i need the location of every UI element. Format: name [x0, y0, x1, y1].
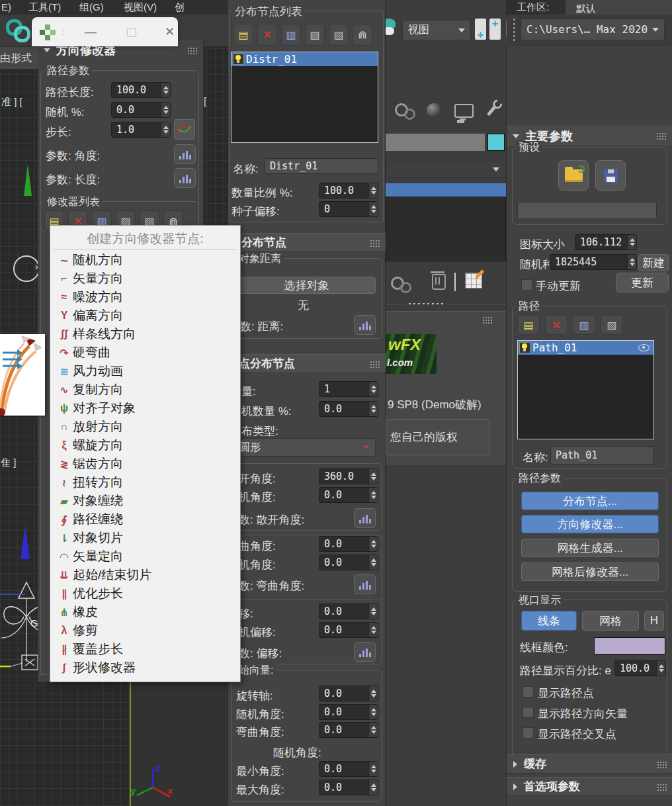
project-path-dropdown[interactable]: C:\Users\… Max 2020 [521, 19, 665, 40]
menu-create-fragment[interactable]: 创 [175, 1, 185, 14]
display-icon[interactable] [454, 104, 474, 118]
paste-path-button[interactable]: ▨ [601, 315, 623, 335]
icon-size-spinner[interactable] [627, 235, 636, 249]
stack-selected-row[interactable] [386, 183, 506, 197]
icon-size-input[interactable]: 106.112 [575, 234, 637, 250]
lightbulb-icon[interactable] [233, 54, 244, 65]
rollout-grip[interactable] [657, 761, 667, 768]
floating-window-titlebar[interactable]: : — ▢ ✕ [32, 17, 178, 46]
edit-table-icon[interactable] [465, 273, 482, 289]
lock-dist-node-button[interactable]: ⋒ [353, 24, 372, 46]
display-lines-button[interactable]: 线条 [521, 611, 577, 631]
bend-angle2-input[interactable]: 0.0 [319, 722, 378, 738]
wrench-icon[interactable] [490, 99, 493, 116]
spread-angle-input[interactable]: 360.0 [319, 469, 378, 484]
random-angle-input[interactable]: 0.0 [319, 704, 378, 720]
menu-item-random-direction[interactable]: ∼随机方向 [50, 251, 240, 269]
direction-modifiers-button[interactable]: 方向修改器... [521, 515, 659, 533]
interpolation-curve-button[interactable] [174, 119, 195, 140]
bend-random-spinner[interactable] [368, 555, 378, 570]
min-angle-input[interactable]: 0.0 [319, 761, 378, 777]
menu-tools[interactable]: 工具(T) [28, 1, 61, 14]
show-path-points-checkbox[interactable] [523, 686, 534, 697]
menu-item-noise-direction[interactable]: ≈噪波方向 [50, 288, 240, 306]
menu-item-copy-direction[interactable]: ∿复制方向 [50, 381, 240, 399]
menu-item-twist-direction[interactable]: ≀扭转方向 [50, 473, 240, 492]
menu-item-spline-direction[interactable]: ʃʃ样条线方向 [50, 325, 240, 343]
delete-dist-node-button[interactable]: × [257, 24, 277, 46]
paste-dist-node-button[interactable]: ▨ [305, 24, 325, 46]
wire-color-swatch[interactable] [594, 637, 665, 654]
param-distance-curve-button[interactable] [354, 315, 376, 335]
rollout-grip[interactable] [656, 132, 667, 140]
count-ratio-spinner[interactable] [368, 183, 378, 198]
seed-offset-spinner[interactable] [368, 202, 378, 216]
save-preset-button[interactable] [595, 160, 626, 191]
max-angle-spinner[interactable] [368, 780, 378, 795]
offset-spinner[interactable] [368, 604, 378, 619]
menu-item-vector-direction[interactable]: ⌐矢量方向 [50, 269, 240, 288]
maximize-button[interactable]: ▢ [126, 24, 137, 39]
offset-random-input[interactable]: 0.0 [319, 622, 378, 638]
list-item-path-01[interactable]: Path_01 [518, 341, 653, 355]
rollout-preferences[interactable]: 首选项参数 [507, 777, 672, 796]
rotate-axis-input[interactable]: 0.0 [319, 686, 378, 701]
load-preset-button[interactable] [558, 160, 589, 191]
random-angle-spinner[interactable] [368, 705, 378, 719]
link-icon[interactable] [394, 101, 417, 122]
random-count-spinner[interactable] [368, 402, 378, 416]
count-input[interactable]: 1 [319, 381, 378, 397]
menu-item-object-slice[interactable]: ⇂对象切片 [50, 529, 240, 547]
paste-special-dist-node-button[interactable]: ▧ [329, 24, 349, 46]
group-nodes-icon[interactable] [390, 274, 413, 295]
select-and-link-icon[interactable] [6, 18, 30, 42]
menu-item-wind-animation[interactable]: ≋风力动画 [50, 362, 240, 381]
copy-path-button[interactable]: ▥ [573, 315, 595, 335]
update-button[interactable]: 更新 [616, 273, 669, 292]
spread-random-input[interactable]: 0.0 [319, 487, 378, 503]
menu-item-override-step[interactable]: ∦覆盖步长 [50, 640, 240, 658]
new-path-button[interactable]: ▤ [517, 315, 540, 335]
manual-update-checkbox[interactable] [521, 279, 532, 291]
bend-random-input[interactable]: 0.0 [319, 555, 378, 570]
trash-icon[interactable] [432, 274, 446, 290]
spread-angle-spinner[interactable] [368, 469, 378, 484]
visibility-eye-icon[interactable] [638, 344, 650, 351]
menu-item-align-subobject[interactable]: ψ对齐子对象 [50, 399, 240, 418]
path-percent-input[interactable]: 100.0 [614, 660, 666, 676]
view-dropdown[interactable]: 视图 [402, 20, 471, 40]
show-path-intersections-checkbox[interactable] [523, 727, 534, 739]
path-percent-spinner[interactable] [656, 661, 665, 676]
max-angle-input[interactable]: 0.0 [319, 780, 378, 795]
menu-item-object-wrap[interactable]: ▰对象缠绕 [50, 492, 240, 510]
close-button[interactable]: ✕ [165, 24, 175, 39]
dist-nodes-button[interactable]: 分布节点... [521, 492, 659, 510]
sphere-icon[interactable] [427, 103, 441, 118]
menu-item-vector-orient[interactable]: ◠矢量定向 [50, 547, 240, 566]
menu-item-optimize-step[interactable]: ∥优化步长 [50, 584, 240, 603]
menu-views[interactable]: 视图(V) [124, 1, 157, 14]
step-spinner[interactable] [161, 122, 170, 137]
delete-path-button[interactable]: × [545, 315, 567, 335]
menu-item-radiate-direction[interactable]: ∩放射方向 [50, 418, 240, 436]
bend-angle-spinner[interactable] [368, 537, 378, 551]
dist-name-input[interactable]: Distr_01 [265, 158, 378, 174]
rollout-grip[interactable] [187, 47, 198, 54]
min-angle-spinner[interactable] [368, 762, 378, 776]
add-layout-button[interactable]: + [489, 19, 501, 40]
post-mesh-modifiers-button[interactable]: 网格后修改器... [521, 562, 659, 581]
param-length-curve-button[interactable] [174, 168, 196, 188]
random-percent-input[interactable]: 0.0 [111, 102, 171, 118]
dist-type-dropdown[interactable]: 圆形 [228, 438, 376, 457]
new-dist-node-button[interactable]: ▤ [233, 24, 253, 46]
param-bend-curve-button[interactable] [354, 574, 376, 594]
menu-item-path-wrap[interactable]: ∮路径缠绕 [50, 510, 240, 529]
menu-item-rubber[interactable]: ⋔橡皮 [50, 603, 240, 621]
menu-item-trim[interactable]: λ修剪 [50, 621, 240, 640]
toolbar-drag-handle[interactable] [513, 19, 515, 41]
add-view-button[interactable]: + [475, 19, 486, 40]
menu-item-spiral-direction[interactable]: ξ螺旋方向 [50, 436, 240, 455]
path-length-spinner[interactable] [161, 83, 170, 97]
new-seed-button[interactable]: 新建 [638, 254, 669, 271]
display-mesh-button[interactable]: 网格 [582, 611, 639, 631]
